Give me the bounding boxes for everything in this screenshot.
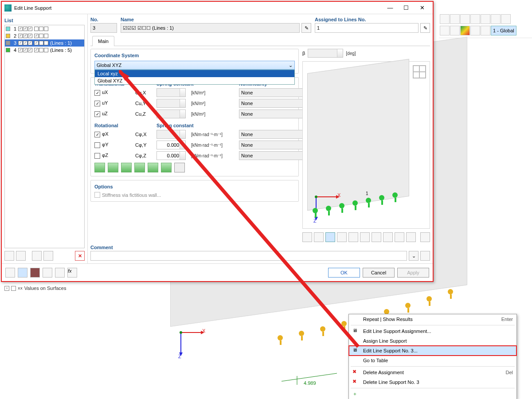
toolbar-btn[interactable] xyxy=(470,14,480,24)
color-button[interactable] xyxy=(30,268,40,278)
expand-icon[interactable]: › xyxy=(4,286,9,291)
toolbar-btn[interactable] xyxy=(501,14,511,24)
list-item[interactable]: 4 ✓✓✓ ✓ (Lines : 5) xyxy=(5,47,84,54)
copy-button[interactable] xyxy=(16,251,26,261)
pick-lines-button[interactable] xyxy=(420,23,430,33)
menu-go-to-table[interactable]: Go to Table xyxy=(349,356,516,365)
titlebar[interactable]: Edit Line Support — ☐ ✕ xyxy=(2,2,433,14)
coord-system-dropdown[interactable]: Global XYZ⌄ Local xyz Global XYZ xyxy=(94,61,295,70)
uz-checkbox[interactable]: ✓uZ xyxy=(94,111,132,117)
options-label: Options xyxy=(94,184,295,189)
tool-button[interactable] xyxy=(43,268,52,278)
phix-checkbox[interactable]: ✓φX xyxy=(94,131,132,137)
tool-button[interactable] xyxy=(55,268,65,278)
uncheck-all-button[interactable] xyxy=(43,251,53,261)
cphiz-input[interactable]: 0.000 xyxy=(156,151,186,160)
tab-main[interactable]: Main xyxy=(92,36,114,46)
view-button[interactable] xyxy=(337,232,347,242)
app-toolbar: 1 - Global xyxy=(439,13,532,38)
preset-button[interactable] xyxy=(134,163,145,172)
navigator-item[interactable]: › xx Values on Surfaces xyxy=(4,286,66,291)
view-button[interactable] xyxy=(395,232,404,242)
menu-edit-line-support[interactable]: 🖥Edit Line Support No. 3... xyxy=(349,346,516,356)
dropdown-option[interactable]: Local xyz xyxy=(95,70,294,77)
list-item[interactable]: 2 ✓✓✓ ✓ xyxy=(5,32,84,39)
toolbar-btn[interactable] xyxy=(440,14,450,24)
grid-icon[interactable] xyxy=(413,65,426,78)
preset-button[interactable] xyxy=(148,163,158,172)
units-button[interactable] xyxy=(18,268,27,278)
toolbar-btn[interactable] xyxy=(450,14,460,24)
minimize-button[interactable]: — xyxy=(382,2,398,14)
toolbar-btn[interactable] xyxy=(450,26,460,35)
edit-name-button[interactable] xyxy=(301,23,311,33)
name-header: Name xyxy=(121,17,311,22)
name-field: ☑☑☑ ☑☐☐ (Lines : 1) xyxy=(121,23,300,33)
dimension-label: 4.989 xyxy=(279,372,341,387)
toolbar-btn[interactable] xyxy=(491,14,501,24)
comment-dropdown-button[interactable]: ⌄ xyxy=(409,251,419,261)
preset-button[interactable] xyxy=(161,163,172,172)
toolbar-dropdown[interactable]: 1 - Global xyxy=(491,26,516,35)
maximize-button[interactable]: ☐ xyxy=(398,2,414,14)
menu-more[interactable]: ＋ xyxy=(349,389,516,399)
assigned-input[interactable]: 1 xyxy=(315,23,419,33)
svg-point-6 xyxy=(180,331,182,334)
phiz-checkbox[interactable]: φZ xyxy=(94,153,132,159)
check-all-button[interactable] xyxy=(32,251,42,261)
no-field: 3 xyxy=(90,23,117,33)
help-button[interactable] xyxy=(5,268,15,278)
view-button[interactable] xyxy=(383,232,393,242)
menu-assign[interactable]: Assign Line Support xyxy=(349,336,516,346)
delete-button[interactable]: ✕ xyxy=(75,251,85,261)
view-button[interactable] xyxy=(348,232,358,242)
preset-button[interactable] xyxy=(121,163,132,172)
context-menu: Repeat | Show ResultsEnter 🖥Edit Line Su… xyxy=(348,314,517,399)
repeat-icon xyxy=(352,316,360,323)
toolbar-btn[interactable] xyxy=(481,26,490,35)
comment-pick-button[interactable] xyxy=(420,251,430,261)
dropdown-option[interactable]: Global XYZ xyxy=(95,77,294,84)
toolbar-btn[interactable] xyxy=(481,14,490,24)
cuz-input xyxy=(156,110,186,118)
view-button[interactable] xyxy=(302,232,312,242)
view-reset-button[interactable] xyxy=(420,232,430,242)
cphiy-input[interactable]: 0.000 xyxy=(156,141,186,149)
phiy-checkbox[interactable]: φY xyxy=(94,142,132,148)
toolbar-btn[interactable] xyxy=(460,14,470,24)
no-header: No. xyxy=(90,17,117,22)
preset-button[interactable] xyxy=(108,163,118,172)
axes-gizmo: X Z xyxy=(176,328,207,360)
color-scale-icon[interactable] xyxy=(460,26,470,35)
list-item[interactable]: 1 ✓✓✓ xyxy=(5,25,84,32)
close-button[interactable]: ✕ xyxy=(414,2,430,14)
fx-button[interactable]: fx xyxy=(67,268,77,278)
view-button[interactable] xyxy=(314,232,324,242)
color-swatch xyxy=(6,27,10,31)
toolbar-btn[interactable] xyxy=(470,26,480,35)
preset-button[interactable] xyxy=(174,163,185,172)
edit-line-support-dialog: Edit Line Support — ☐ ✕ List 1 ✓✓✓ 2 xyxy=(1,1,434,282)
view-button[interactable] xyxy=(372,232,381,242)
menu-delete-support[interactable]: ✖Delete Line Support No. 3 xyxy=(349,377,516,387)
list-item[interactable]: 3 ✓✓✓ ✓ (Lines : 1) xyxy=(5,39,84,47)
menu-repeat[interactable]: Repeat | Show ResultsEnter xyxy=(349,314,516,324)
view-button[interactable] xyxy=(406,232,416,242)
ux-checkbox[interactable]: ✓uX xyxy=(94,90,132,96)
view-button[interactable] xyxy=(360,232,370,242)
preview-viewport[interactable]: 1 X Z xyxy=(302,61,430,229)
app-icon xyxy=(4,4,12,12)
cancel-button[interactable]: Cancel xyxy=(363,268,395,278)
preset-button[interactable] xyxy=(94,163,105,172)
menu-delete-assignment[interactable]: ✖Delete AssignmentDel xyxy=(349,368,516,377)
support-list[interactable]: 1 ✓✓✓ 2 ✓✓✓ ✓ 3 ✓✓✓ ✓ (Lines xyxy=(4,25,85,248)
toolbar-btn[interactable] xyxy=(440,26,450,35)
view-button[interactable] xyxy=(325,232,335,242)
ok-button[interactable]: OK xyxy=(328,268,360,278)
uy-checkbox[interactable]: ✓uY xyxy=(94,100,132,106)
tree-checkbox[interactable] xyxy=(11,286,16,291)
menu-edit-assignment[interactable]: 🖥Edit Line Support Assignment... xyxy=(349,326,516,336)
new-button[interactable] xyxy=(4,251,14,261)
list-header: List xyxy=(4,18,85,23)
comment-input[interactable] xyxy=(90,251,407,261)
